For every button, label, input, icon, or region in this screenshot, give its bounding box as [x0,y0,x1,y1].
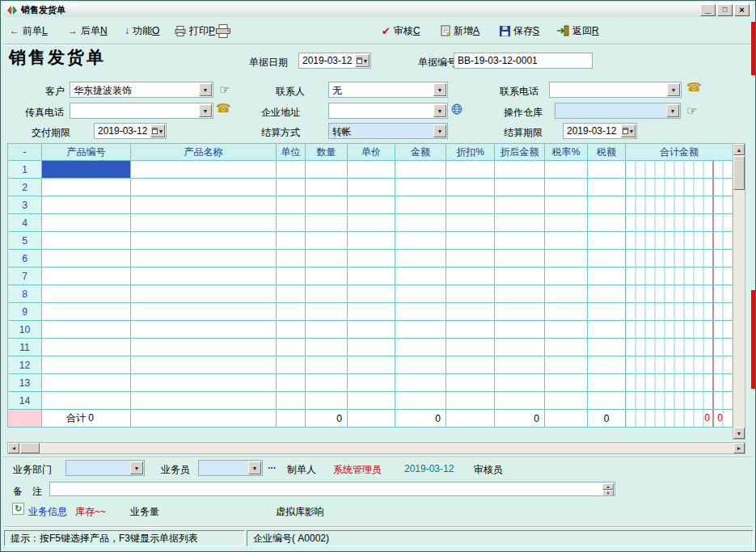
grid-cell[interactable] [42,321,131,339]
deadline-dropdown-button[interactable]: ▼ [621,124,636,137]
grid-cell[interactable] [306,161,348,179]
grid-cell-amount[interactable] [626,214,733,232]
customer-select[interactable]: 华东捷波装饰 ▼ [70,82,213,98]
grid-cell[interactable] [42,374,131,392]
grid-cell[interactable] [306,303,348,321]
grid-cell-amount[interactable] [626,374,733,392]
grid-cell[interactable] [545,321,588,339]
phone-icon[interactable]: ☎ [686,80,702,95]
return-button[interactable]: 返回R [556,23,599,39]
grid-cell[interactable] [277,232,306,250]
grid-cell[interactable] [277,356,306,374]
grid-cell[interactable] [495,356,545,374]
doc-no-input[interactable]: BB-19-03-12-0001 [454,53,593,69]
grid-cell-amount[interactable] [626,285,733,303]
grid-cell[interactable] [131,196,277,214]
grid-cell-amount[interactable] [626,161,733,179]
grid-cell[interactable] [131,285,277,303]
grid-cell[interactable] [446,214,495,232]
grid-cell[interactable] [277,392,306,410]
grid-cell[interactable] [395,268,446,285]
grid-cell[interactable] [588,250,626,268]
grid-cell[interactable] [495,268,545,285]
stock-link[interactable]: 库存~~ [75,505,106,519]
fax-select[interactable]: ▼ [70,103,213,119]
row-number[interactable]: 3 [8,196,42,214]
grid-cell[interactable] [306,179,348,196]
grid-cell[interactable] [495,339,545,356]
grid-cell[interactable] [395,356,446,374]
vertical-scroll-thumb[interactable] [733,156,745,190]
grid-cell[interactable] [446,303,495,321]
grid-cell[interactable] [348,392,395,410]
grid-cell-amount[interactable] [626,303,733,321]
print-button[interactable]: 打印P [175,23,215,39]
grid-cell[interactable] [131,374,277,392]
grid-cell[interactable] [395,196,446,214]
grid-cell[interactable] [545,303,588,321]
new-button[interactable]: 新增A [441,23,479,39]
grid-cell[interactable] [348,285,395,303]
salesman-select[interactable]: ▼ [198,460,263,476]
grid-cell[interactable] [395,179,446,196]
grid-cell[interactable] [42,392,131,410]
grid-cell[interactable] [277,196,306,214]
vertical-scrollbar[interactable]: ▲ ▼ [733,143,745,440]
contact-dropdown-button[interactable]: ▼ [433,83,446,96]
grid-cell[interactable] [495,250,545,268]
grid-cell[interactable] [545,268,588,285]
grid-cell[interactable] [545,356,588,374]
audit-button[interactable]: ✔ 审核C [382,23,420,39]
grid-cell[interactable] [395,303,446,321]
grid-cell[interactable] [348,250,395,268]
grid-cell[interactable] [306,232,348,250]
scroll-up-button[interactable]: ▲ [733,144,745,155]
grid-cell[interactable] [545,161,588,179]
grid-cell[interactable] [306,321,348,339]
grid-cell[interactable] [348,232,395,250]
maximize-button[interactable]: □ [717,4,733,16]
grid-cell[interactable] [277,214,306,232]
spin-up-button[interactable]: ▲ [602,483,614,490]
grid-cell[interactable] [446,321,495,339]
function-button[interactable]: ↓ 功能O [125,23,159,39]
grid-cell[interactable] [42,232,131,250]
grid-cell-amount[interactable] [626,179,733,196]
row-number[interactable]: 5 [8,232,42,250]
grid-cell[interactable] [131,232,277,250]
grid-cell[interactable] [131,339,277,356]
grid-cell[interactable] [588,179,626,196]
scroll-right-button[interactable]: ► [733,443,745,453]
settle-dropdown-button[interactable]: ▼ [433,124,446,137]
grid-cell[interactable] [588,321,626,339]
grid-cell[interactable] [42,214,131,232]
grid-cell[interactable] [348,214,395,232]
grid-cell[interactable] [131,268,277,285]
more-button[interactable]: ... [268,460,276,471]
grid-cell[interactable] [395,374,446,392]
grid-cell[interactable] [131,214,277,232]
spin-down-button[interactable]: ▼ [602,490,614,496]
row-number[interactable]: 8 [8,285,42,303]
grid-cell[interactable] [588,303,626,321]
customer-dropdown-button[interactable]: ▼ [199,83,212,96]
phone-select[interactable]: ▼ [549,82,682,98]
grid-cell[interactable] [277,285,306,303]
grid-cell-amount[interactable] [626,196,733,214]
scroll-down-button[interactable]: ▼ [733,428,745,439]
grid-cell[interactable] [545,196,588,214]
settle-deadline-picker[interactable]: 2019-03-12 ▼ [563,123,637,139]
grid-cell[interactable] [348,161,395,179]
warehouse-select[interactable]: ▼ [555,103,681,119]
fax-dropdown-button[interactable]: ▼ [199,104,212,117]
grid-cell[interactable] [131,161,277,179]
grid-cell[interactable] [395,339,446,356]
grid-cell-amount[interactable] [626,392,733,410]
row-number[interactable]: 1 [8,161,42,179]
doc-date-picker[interactable]: 2019-03-12 ▼ [298,53,371,69]
grid-cell[interactable] [588,285,626,303]
delivery-date-dropdown-button[interactable]: ▼ [150,124,165,137]
row-number[interactable]: 11 [8,339,42,356]
contact-select[interactable]: 无 ▼ [328,82,448,98]
customer-lookup-hand-icon[interactable]: ☞ [219,82,230,97]
